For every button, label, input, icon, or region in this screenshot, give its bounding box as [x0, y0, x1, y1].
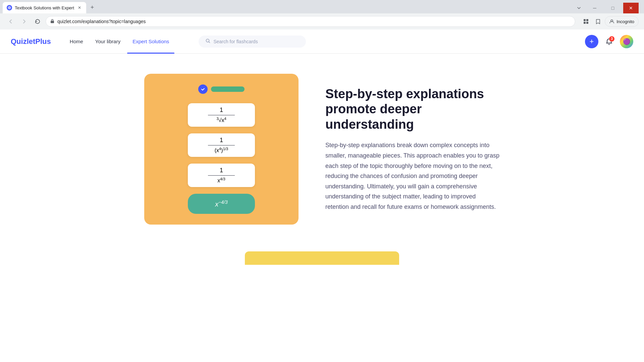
avatar[interactable]: 🟣 [620, 35, 633, 48]
main-content: 1 3√x4 1 (x4)1/3 1 [0, 54, 644, 245]
minimize-button[interactable]: ─ [587, 3, 602, 13]
svg-rect-1 [51, 21, 54, 23]
fraction-3: 1 x4/3 [208, 167, 235, 184]
svg-rect-2 [584, 19, 586, 21]
math-card-3: 1 x4/3 [188, 164, 255, 187]
navbar-right: + 3 🟣 [585, 35, 633, 48]
back-button[interactable] [5, 16, 16, 27]
create-button[interactable]: + [585, 35, 598, 48]
notification-badge: 3 [609, 36, 614, 42]
fraction-3-denominator: x4/3 [217, 177, 225, 184]
url-text: quizlet.com/explanations?topic=languages [57, 19, 146, 24]
search-icon [205, 38, 211, 45]
section-heading: Step-by-step explanations promote deeper… [325, 86, 500, 132]
new-tab-button[interactable]: + [88, 3, 97, 12]
fraction-3-numerator: 1 [220, 167, 223, 174]
incognito-button[interactable]: Incognito [605, 16, 639, 27]
svg-rect-3 [586, 19, 588, 21]
search-bar[interactable]: Search for flashcards [199, 36, 306, 48]
fraction-line-2 [208, 145, 235, 146]
fraction-1-numerator: 1 [220, 107, 223, 114]
illustration-card: 1 3√x4 1 (x4)1/3 1 [144, 74, 299, 225]
fraction-line-1 [208, 115, 235, 116]
nav-library[interactable]: Your library [90, 36, 126, 47]
tab-menu-button[interactable] [575, 4, 583, 12]
nav-links: Home Your library Expert Solutions [64, 36, 175, 47]
progress-row [198, 84, 245, 94]
heading-line1: Step-by-step explanations [325, 87, 484, 101]
progress-bar [211, 86, 245, 92]
fraction-2: 1 (x4)1/3 [208, 137, 235, 154]
fraction-1-denominator: 3√x4 [216, 117, 226, 123]
heading-line2: promote deeper understanding [325, 102, 422, 131]
search-placeholder-text: Search for flashcards [213, 39, 258, 44]
check-badge [198, 84, 208, 94]
svg-rect-4 [584, 22, 586, 24]
reload-button[interactable] [32, 16, 43, 27]
fraction-2-denominator: (x4)1/3 [215, 147, 228, 154]
extensions-button[interactable] [581, 16, 591, 27]
math-card-1: 1 3√x4 [188, 103, 255, 127]
incognito-label: Incognito [616, 19, 634, 24]
section-body: Step-by-step explanations break down com… [325, 140, 500, 212]
tab-favicon [7, 5, 12, 10]
fraction-1: 1 3√x4 [208, 107, 235, 124]
svg-point-0 [8, 6, 11, 9]
url-bar[interactable]: quizlet.com/explanations?topic=languages [46, 16, 575, 27]
notifications-button[interactable]: 3 [602, 35, 616, 48]
active-tab[interactable]: Textbook Solutions with Expert ✕ [3, 2, 86, 13]
close-button[interactable]: ✕ [623, 3, 639, 13]
nav-expert-solutions[interactable]: Expert Solutions [127, 36, 174, 47]
tab-title: Textbook Solutions with Expert [15, 5, 74, 10]
logo[interactable]: QuizletPlus [11, 37, 51, 46]
fraction-line-3 [208, 175, 235, 176]
nav-home[interactable]: Home [64, 36, 89, 47]
tab-close-button[interactable]: ✕ [77, 5, 82, 10]
fraction-2-numerator: 1 [220, 137, 223, 144]
maximize-button[interactable]: □ [605, 3, 621, 13]
security-icon [50, 19, 55, 24]
answer-card: x−4/3 [188, 194, 255, 214]
bookmark-button[interactable] [593, 16, 603, 27]
text-content: Step-by-step explanations promote deeper… [325, 86, 500, 212]
yellow-section-preview [245, 251, 399, 265]
math-card-2: 1 (x4)1/3 [188, 133, 255, 157]
svg-rect-5 [586, 22, 588, 24]
answer-text: x−4/3 [215, 199, 228, 208]
forward-button[interactable] [19, 16, 30, 27]
navbar: QuizletPlus Home Your library Expert Sol… [0, 29, 644, 54]
